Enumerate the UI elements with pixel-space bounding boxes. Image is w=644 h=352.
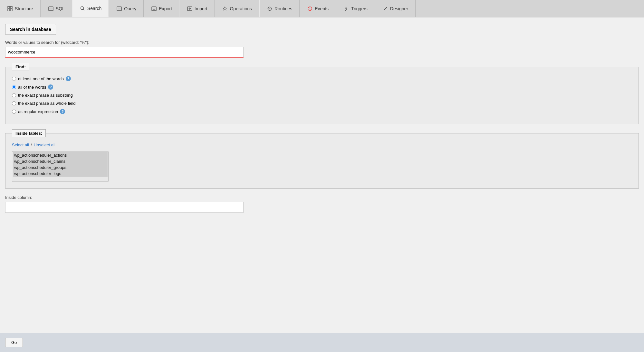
tab-import[interactable]: Import <box>179 0 215 17</box>
select-all-link[interactable]: Select all <box>12 142 29 147</box>
unselect-all-link[interactable]: Unselect all <box>34 142 55 147</box>
inside-tables-legend: Inside tables: <box>12 129 46 137</box>
svg-line-8 <box>83 9 84 10</box>
export-icon <box>151 6 157 12</box>
tab-operations[interactable]: Operations <box>215 0 259 17</box>
tab-export-label: Export <box>159 6 172 11</box>
radio-exact-substring-input[interactable] <box>12 93 16 97</box>
find-fieldset: Find: at least one of the words ? all of… <box>5 63 639 124</box>
radio-regex-label: as regular expression <box>18 109 58 114</box>
link-separator: / <box>31 142 33 147</box>
tab-events-label: Events <box>315 6 329 11</box>
radio-all-words: all of the words ? <box>12 84 632 90</box>
tab-triggers-label: Triggers <box>351 6 368 11</box>
radio-exact-whole-input[interactable] <box>12 101 16 105</box>
search-input[interactable] <box>5 47 244 58</box>
radio-regex-input[interactable] <box>12 110 16 114</box>
radio-exact-whole-label: the exact phrase as whole field <box>18 101 76 106</box>
search-icon <box>80 5 85 11</box>
svg-point-7 <box>81 6 83 9</box>
tab-designer[interactable]: Designer <box>375 0 416 17</box>
tab-triggers[interactable]: Triggers <box>336 0 375 17</box>
triggers-icon <box>343 6 349 12</box>
inside-column-label: Inside column: <box>5 195 639 200</box>
radio-exact-substring-label: the exact phrase as substring <box>18 93 73 98</box>
svg-point-16 <box>268 7 271 10</box>
radio-all-words-input[interactable] <box>12 85 16 89</box>
events-icon <box>307 6 313 12</box>
tab-sql-label: SQL <box>56 6 65 11</box>
import-icon <box>187 6 193 12</box>
svg-rect-1 <box>10 6 12 8</box>
svg-rect-2 <box>8 9 10 11</box>
radio-exact-substring: the exact phrase as substring <box>12 93 632 98</box>
tab-structure[interactable]: Structure <box>0 0 41 17</box>
svg-line-21 <box>385 7 387 9</box>
tab-designer-label: Designer <box>390 6 408 11</box>
table-list[interactable]: wp_actionscheduler_actionswp_actionsched… <box>12 151 109 182</box>
search-section: Words or values to search for (wildcard:… <box>5 40 639 58</box>
tab-export[interactable]: Export <box>144 0 179 17</box>
inside-column-input[interactable] <box>5 202 244 213</box>
search-label: Words or values to search for (wildcard:… <box>5 40 639 45</box>
inside-column-section: Inside column: <box>5 195 639 213</box>
tab-search-label: Search <box>87 6 101 11</box>
tab-routines-label: Routines <box>274 6 292 11</box>
select-links-container: Select all / Unselect all <box>12 142 632 147</box>
tab-operations-label: Operations <box>230 6 252 11</box>
routines-icon <box>267 6 273 12</box>
tab-sql[interactable]: SQL <box>41 0 72 17</box>
bottom-bar: Go <box>0 333 644 352</box>
svg-rect-3 <box>10 9 12 11</box>
svg-rect-0 <box>8 6 10 8</box>
tab-events[interactable]: Events <box>300 0 336 17</box>
all-words-help-icon[interactable]: ? <box>48 84 53 90</box>
go-button[interactable]: Go <box>5 338 23 347</box>
tab-structure-label: Structure <box>15 6 33 11</box>
radio-at-least-one: at least one of the words ? <box>12 76 632 81</box>
svg-rect-4 <box>49 7 53 11</box>
tab-search[interactable]: Search <box>72 0 109 17</box>
svg-line-19 <box>310 9 311 9</box>
structure-icon <box>7 6 13 12</box>
sql-icon <box>48 6 54 12</box>
main-content: Search in database Words or values to se… <box>0 17 644 352</box>
find-legend: Find: <box>12 63 29 71</box>
query-icon <box>116 6 122 12</box>
svg-rect-9 <box>117 7 121 11</box>
designer-icon <box>382 6 388 12</box>
tab-import-label: Import <box>195 6 207 11</box>
radio-exact-whole: the exact phrase as whole field <box>12 101 632 106</box>
radio-regex: as regular expression ? <box>12 109 632 114</box>
radio-at-least-one-input[interactable] <box>12 77 16 81</box>
page-title: Search in database <box>5 24 56 35</box>
regex-help-icon[interactable]: ? <box>60 109 65 114</box>
tab-query[interactable]: Query <box>109 0 144 17</box>
tab-routines[interactable]: Routines <box>259 0 300 17</box>
radio-at-least-one-label: at least one of the words <box>18 76 64 81</box>
inside-tables-fieldset: Inside tables: Select all / Unselect all… <box>5 129 639 189</box>
tab-query-label: Query <box>124 6 136 11</box>
operations-icon <box>222 6 228 12</box>
radio-all-words-label: all of the words <box>18 85 46 90</box>
at-least-help-icon[interactable]: ? <box>66 76 71 81</box>
tab-bar: Structure SQL Search Query <box>0 0 644 17</box>
